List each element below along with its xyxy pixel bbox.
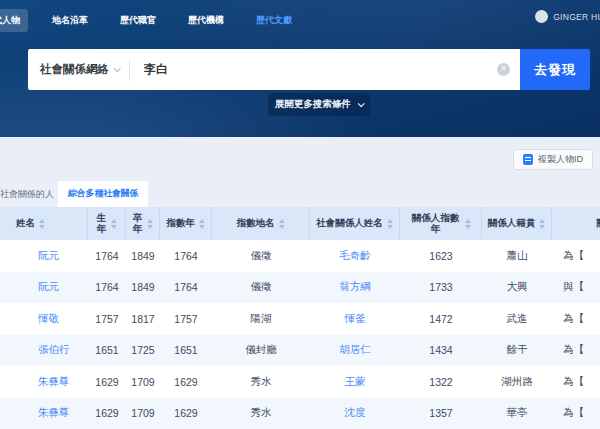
col-header-index-year: 指數年 [160,207,212,240]
cell-death-year: 1817 [126,313,160,325]
table-row: 朱彝尊 1629 1709 1629 秀水 王蒙 1322 湖州路 為【 [0,366,600,398]
cell-relation-origin: 武進 [482,312,552,326]
col-header-relation-origin: 關係人籍貫 [482,207,552,240]
search-input[interactable] [130,63,497,77]
col-header-index-place: 指數地名 [212,207,310,240]
cell-relation: 與【 [552,280,600,294]
nav-item-people[interactable]: 歷代人物 [0,9,28,32]
clear-input-icon[interactable]: × [497,63,510,76]
relation-person-link[interactable]: 王蒙 [345,375,366,387]
table-row: 阮元 1764 1849 1764 儀徵 翁方綱 1733 大興 與【 [0,272,600,304]
copy-person-id-button[interactable]: 複製人物ID [513,149,593,170]
cell-death-year: 1725 [126,344,160,356]
content-area: 複製人物ID 有社會關係的人 綜合多種社會關係 姓名 生年 卒年 [0,137,600,429]
sort-icon[interactable] [199,219,205,229]
cell-relation-index-year: 1733 [400,281,482,293]
search-bar: 社會關係網絡 × 去發現 [28,49,590,90]
cell-index-year: 1757 [160,313,212,325]
nav-item-placenames[interactable]: 地名沿革 [44,9,96,32]
expand-search-options-button[interactable]: 展開更多搜索條件 [268,93,370,116]
cell-birth-year: 1757 [88,313,126,325]
sort-icon[interactable] [387,219,393,229]
cell-relation-origin: 餘干 [482,343,552,357]
tab-combined-social-relations[interactable]: 綜合多種社會關係 [58,181,148,207]
cell-birth-year: 1629 [88,407,126,419]
cell-index-place: 儀徵 [212,249,310,263]
person-link[interactable]: 阮元 [38,280,59,292]
app-window: 歷代人物 地名沿革 歷代職官 歷代機構 歷代文獻 GINGER HU 社會關係網… [0,0,600,429]
cell-index-place: 秀水 [212,375,310,389]
sort-icon[interactable] [465,219,471,229]
col-header-relation-person: 社會關係人姓名 [310,207,400,240]
sort-icon[interactable] [279,219,285,229]
cell-death-year: 1709 [126,407,160,419]
cell-index-place: 儀徵 [212,280,310,294]
relation-person-link[interactable]: 沈度 [345,406,366,418]
cell-index-year: 1764 [160,250,212,262]
cell-index-place: 秀水 [212,406,310,420]
search-category-dropdown[interactable]: 社會關係網絡 [28,59,130,81]
col-header-relation-index-year: 關係人指數年 [400,207,482,240]
cell-relation-index-year: 1434 [400,344,482,356]
person-link[interactable]: 張伯行 [38,343,70,355]
chevron-down-icon [114,65,121,72]
cell-index-year: 1629 [160,376,212,388]
search-submit-button[interactable]: 去發現 [520,49,590,90]
sort-icon[interactable] [539,219,545,229]
col-header-relation: 關係 [552,207,600,240]
cell-relation-origin: 大興 [482,280,552,294]
table-header-row: 姓名 生年 卒年 指數年 指數地名 [0,207,600,240]
chevron-down-icon [358,100,365,107]
cell-relation: 為【 [552,343,600,357]
user-menu[interactable]: GINGER HU [535,10,600,23]
cell-relation-index-year: 1322 [400,376,482,388]
sort-icon[interactable] [147,219,153,229]
person-link[interactable]: 惲敬 [38,312,59,324]
person-link[interactable]: 朱彝尊 [38,375,70,387]
person-link[interactable]: 朱彝尊 [38,406,70,418]
cell-index-year: 1651 [160,344,212,356]
cell-relation-origin: 湖州路 [482,375,552,389]
copy-person-id-label: 複製人物ID [538,153,583,166]
nav-item-institutions[interactable]: 歷代機構 [180,9,232,32]
cell-relation-index-year: 1472 [400,313,482,325]
cell-birth-year: 1651 [88,344,126,356]
table-row: 張伯行 1651 1725 1651 儀封廳 胡居仁 1434 餘干 為【 [0,335,600,367]
cell-relation: 為【 [552,312,600,326]
relation-person-link[interactable]: 毛奇齡 [339,249,371,261]
nav-item-texts[interactable]: 歷代文獻 [248,9,300,32]
cell-birth-year: 1764 [88,250,126,262]
user-name: GINGER HU [553,12,600,22]
cell-relation-origin: 蕭山 [482,249,552,263]
cell-death-year: 1849 [126,250,160,262]
cell-birth-year: 1764 [88,281,126,293]
cell-birth-year: 1629 [88,376,126,388]
cell-index-place: 儀封廳 [212,343,310,357]
relation-person-link[interactable]: 翁方綱 [339,280,371,292]
cell-index-year: 1764 [160,281,212,293]
col-header-birth-year: 生年 [88,207,126,240]
search-category-label: 社會關係網絡 [40,62,109,77]
col-header-name: 姓名 [0,207,88,240]
cell-relation: 為【 [552,406,600,420]
relations-table: 姓名 生年 卒年 指數年 指數地名 [0,207,600,429]
nav-item-offices[interactable]: 歷代職官 [112,9,164,32]
col-header-death-year: 卒年 [126,207,160,240]
search-box: 社會關係網絡 × [28,49,520,90]
cell-relation-index-year: 1623 [400,250,482,262]
cell-death-year: 1709 [126,376,160,388]
person-link[interactable]: 阮元 [38,249,59,261]
copy-icon [523,154,533,165]
sort-icon[interactable] [111,219,117,229]
relation-person-link[interactable]: 惲釜 [345,312,366,324]
result-tabs: 有社會關係的人 綜合多種社會關係 [0,181,600,207]
cell-death-year: 1849 [126,281,160,293]
cell-relation-index-year: 1357 [400,407,482,419]
tab-related-persons[interactable]: 有社會關係的人 [0,181,58,207]
main-nav: 歷代人物 地名沿革 歷代職官 歷代機構 歷代文獻 [0,9,300,32]
relation-person-link[interactable]: 胡居仁 [339,343,371,355]
cell-index-year: 1629 [160,407,212,419]
cell-relation: 為【 [552,375,600,389]
sort-icon[interactable] [39,219,45,229]
cell-relation: 為【 [552,249,600,263]
